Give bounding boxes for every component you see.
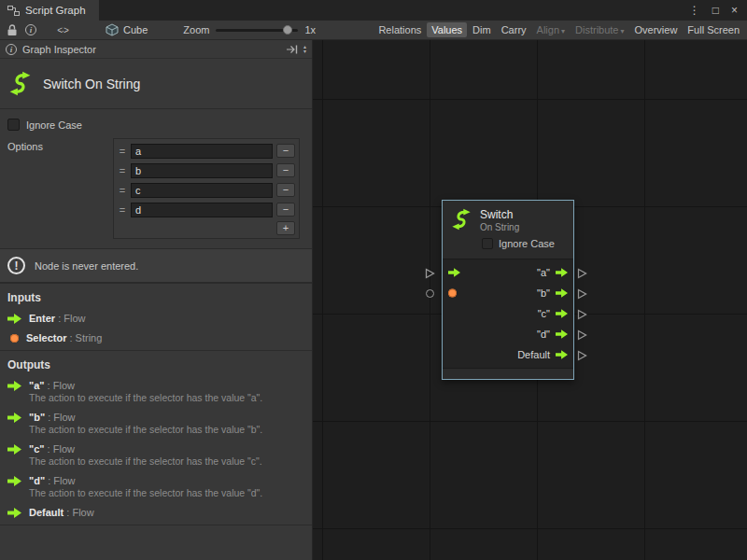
ignore-case-row: Ignore Case bbox=[0, 109, 312, 134]
drag-handle-icon[interactable]: = bbox=[118, 165, 127, 176]
port-name: "b" bbox=[29, 412, 45, 423]
port-a-flow-icon[interactable] bbox=[556, 268, 568, 277]
hollow-triangle-icon bbox=[577, 268, 587, 279]
port-c-flow-icon[interactable] bbox=[556, 309, 568, 318]
switch-on-string-node[interactable]: Switch On String Ignore Case "a" bbox=[442, 200, 574, 380]
switch-node-icon bbox=[450, 208, 472, 231]
port-type: Flow bbox=[53, 380, 75, 391]
zoom-slider-thumb[interactable] bbox=[283, 25, 292, 35]
port-type: String bbox=[76, 332, 103, 343]
output-b-connector[interactable] bbox=[577, 288, 587, 300]
port-row-default: Default bbox=[443, 344, 573, 365]
drag-handle-icon[interactable]: = bbox=[118, 185, 127, 196]
remove-option-button[interactable]: − bbox=[276, 163, 295, 177]
graph-target[interactable]: Cube bbox=[106, 23, 148, 36]
option-input-b[interactable] bbox=[131, 163, 273, 178]
port-description: The action to execute if the selector ha… bbox=[29, 424, 304, 435]
unit-title: Switch On String bbox=[43, 77, 140, 91]
node-ignore-case-row: Ignore Case bbox=[482, 238, 568, 249]
tab-script-graph[interactable]: Script Graph bbox=[0, 0, 99, 21]
drag-handle-icon[interactable]: = bbox=[118, 204, 127, 216]
align-button[interactable]: Align▾ bbox=[532, 22, 570, 37]
option-input-c[interactable] bbox=[131, 183, 273, 198]
fullscreen-button[interactable]: Full Screen bbox=[683, 22, 744, 37]
port-b-flow-icon[interactable] bbox=[556, 288, 568, 298]
flow-port-icon bbox=[7, 413, 21, 423]
options-list: = − = − = − = − bbox=[113, 138, 300, 239]
option-input-a[interactable] bbox=[131, 144, 273, 159]
script-graph-window: Script Graph ⋮ □ × i <∙> Cube Zoom 1x bbox=[0, 0, 747, 560]
enter-flow-connector[interactable] bbox=[425, 268, 435, 279]
output-d-connector[interactable] bbox=[577, 329, 587, 341]
drag-handle-icon[interactable]: = bbox=[118, 146, 127, 157]
inspector-toggle-button[interactable]: i bbox=[21, 22, 40, 37]
scroll-spinner[interactable]: ▴ ▾ bbox=[303, 45, 306, 54]
output-port-row: "c" : Flow bbox=[7, 443, 304, 455]
add-option-button[interactable]: + bbox=[276, 221, 295, 235]
tab-title: Script Graph bbox=[25, 5, 86, 16]
ignore-case-checkbox[interactable] bbox=[7, 119, 20, 131]
output-c-connector[interactable] bbox=[577, 309, 587, 320]
port-name: "a" bbox=[29, 380, 45, 391]
output-a-connector[interactable] bbox=[577, 268, 587, 279]
remove-option-button[interactable]: − bbox=[276, 183, 295, 197]
remove-option-button[interactable]: − bbox=[276, 203, 295, 217]
titlebar: Script Graph ⋮ □ × bbox=[0, 0, 747, 21]
port-name: "d" bbox=[29, 475, 45, 486]
port-d-flow-icon[interactable] bbox=[556, 329, 568, 339]
port-b-label: "b" bbox=[537, 287, 550, 299]
warning-text: Node is never entered. bbox=[35, 260, 138, 272]
edit-script-button[interactable]: <∙> bbox=[53, 22, 72, 37]
dim-button[interactable]: Dim bbox=[468, 22, 496, 37]
remove-option-button[interactable]: − bbox=[276, 144, 295, 158]
window-menu-icon[interactable]: ⋮ bbox=[689, 4, 700, 17]
inputs-section: Inputs Enter : Flow Selector : String bbox=[0, 283, 312, 350]
zoom-slider[interactable] bbox=[216, 29, 298, 32]
node-ignore-case-label: Ignore Case bbox=[499, 238, 555, 249]
port-row-a: "a" bbox=[443, 262, 573, 283]
port-type: Flow bbox=[72, 507, 93, 518]
port-name: Selector bbox=[26, 332, 66, 343]
overview-button[interactable]: Overview bbox=[630, 22, 683, 37]
port-default-label: Default bbox=[517, 349, 550, 360]
node-header: Switch On String Ignore Case bbox=[443, 201, 573, 259]
unit-title-block: Switch On String bbox=[0, 59, 312, 109]
options-label: Options bbox=[7, 138, 113, 239]
window-controls: ⋮ □ × bbox=[689, 0, 747, 21]
hollow-triangle-icon bbox=[577, 288, 587, 300]
flow-arrow-icon bbox=[448, 268, 460, 277]
port-name: Default bbox=[29, 507, 63, 518]
cube-icon bbox=[106, 23, 119, 36]
close-icon[interactable]: × bbox=[731, 4, 738, 17]
port-type: Flow bbox=[63, 313, 85, 324]
values-button[interactable]: Values bbox=[427, 22, 467, 37]
selector-value-connector[interactable] bbox=[426, 289, 434, 298]
port-c-label: "c" bbox=[538, 308, 550, 319]
lock-button[interactable] bbox=[3, 22, 21, 37]
value-dot-icon bbox=[448, 289, 457, 298]
output-default-connector[interactable] bbox=[577, 350, 587, 361]
relations-button[interactable]: Relations bbox=[374, 22, 426, 37]
option-input-d[interactable] bbox=[131, 203, 273, 217]
maximize-icon[interactable]: □ bbox=[712, 4, 719, 17]
flow-port-icon bbox=[7, 508, 21, 518]
selector-value-port[interactable] bbox=[448, 289, 457, 298]
input-port-row: Selector : String bbox=[7, 332, 304, 343]
distribute-button[interactable]: Distribute▾ bbox=[571, 22, 628, 37]
port-default-flow-icon[interactable] bbox=[556, 350, 568, 359]
node-ignore-case-checkbox[interactable] bbox=[482, 238, 493, 249]
flow-port-icon bbox=[7, 381, 21, 391]
warning-box: ! Node is never entered. bbox=[0, 248, 312, 283]
port-a-label: "a" bbox=[537, 267, 550, 278]
dock-panel-icon[interactable] bbox=[287, 45, 298, 54]
flow-port-icon bbox=[7, 314, 21, 324]
graph-canvas[interactable]: Switch On String Ignore Case "a" bbox=[313, 40, 747, 560]
zoom-value: 1x bbox=[304, 24, 316, 35]
enter-flow-port[interactable] bbox=[448, 268, 460, 277]
port-description: The action to execute if the selector ha… bbox=[29, 392, 304, 403]
spinner-down-icon: ▾ bbox=[303, 49, 306, 54]
zoom-control: Zoom 1x bbox=[183, 24, 316, 35]
carry-button[interactable]: Carry bbox=[497, 22, 531, 37]
inputs-header: Inputs bbox=[7, 291, 304, 304]
zoom-label: Zoom bbox=[183, 24, 209, 35]
